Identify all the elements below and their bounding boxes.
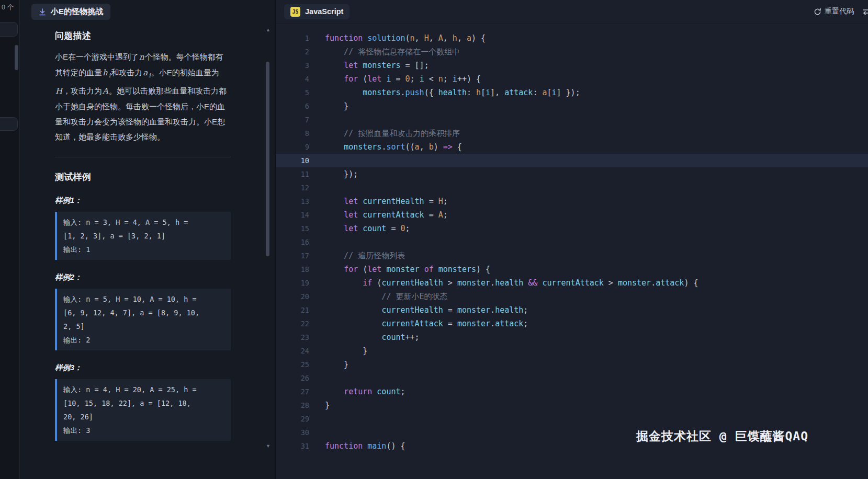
code-token: monster — [386, 265, 419, 274]
code-token: solution — [367, 33, 405, 43]
example-label: 样例2： — [55, 272, 231, 282]
code-line[interactable]: 16 — [276, 235, 868, 249]
code-token: (( — [405, 142, 415, 152]
code-token: . — [490, 305, 495, 315]
code-token: let — [344, 210, 363, 220]
line-number: 22 — [276, 317, 309, 330]
examples-heading: 测试样例 — [55, 171, 231, 183]
code-token — [325, 278, 363, 288]
code-line[interactable]: 1function solution(n, H, A, h, a) { — [276, 31, 868, 45]
scroll-up-icon[interactable]: ▲ — [266, 27, 270, 32]
code-token: = — [443, 319, 457, 328]
code-lines: 1function solution(n, H, A, h, a) {2 // … — [276, 31, 868, 453]
code-line[interactable]: 18 for (let monster of monsters) { — [276, 263, 868, 276]
code-line[interactable]: 8 // 按照血量和攻击力的乘积排序 — [276, 127, 868, 140]
problem-content: 问题描述 小E在一个游戏中遇到了n个怪物。每个怪物都有其特定的血量hi和攻击力a… — [55, 24, 231, 441]
code-text: // 更新小E的状态 — [309, 290, 448, 303]
code-token: = — [443, 305, 457, 315]
code-token: let — [367, 265, 386, 274]
code-token: ; — [443, 210, 448, 220]
rail-scrollbar-thumb[interactable] — [15, 45, 18, 70]
text-run: 。小E的初始血量为 — [151, 68, 219, 77]
line-number: 8 — [276, 127, 309, 140]
code-token: , — [420, 142, 429, 152]
code-line[interactable]: 11 }); — [276, 167, 868, 181]
code-line[interactable]: 14 let currentAttack = A; — [276, 208, 868, 222]
code-line[interactable]: 15 let count = 0; — [276, 222, 868, 235]
reset-code-button[interactable]: 重置代码 — [814, 7, 854, 16]
code-line[interactable]: 25 } — [276, 358, 868, 371]
code-token: . — [490, 278, 495, 288]
example-line: [10, 15, 18, 22], a = [12, 18, — [63, 396, 224, 410]
collapsed-tab[interactable] — [0, 117, 18, 131]
code-token — [325, 224, 344, 233]
math-var: H — [55, 86, 63, 96]
code-text: let currentHealth = H; — [309, 195, 448, 208]
code-token: , — [415, 33, 424, 43]
line-number: 14 — [276, 208, 309, 222]
code-token: { — [453, 142, 462, 152]
code-line[interactable]: 28} — [276, 398, 868, 412]
code-token: < — [424, 74, 438, 84]
code-text: monsters.push({ health: h[i], attack: a[… — [309, 86, 580, 99]
code-token: ; — [401, 387, 405, 396]
code-line[interactable]: 21 currentHealth = monster.health; — [276, 303, 868, 317]
code-line[interactable]: 3 let monsters = []; — [276, 59, 868, 72]
code-token: health — [495, 278, 523, 288]
code-token: n — [438, 74, 443, 84]
code-line[interactable]: 20 // 更新小E的状态 — [276, 290, 868, 303]
code-line[interactable]: 23 count++; — [276, 330, 868, 344]
code-line[interactable]: 13 let currentHealth = H; — [276, 195, 868, 208]
code-line[interactable]: 9 monsters.sort((a, b) => { — [276, 140, 868, 154]
scroll-down-icon[interactable]: ▼ — [266, 443, 270, 449]
code-token: ++; — [405, 333, 420, 342]
code-token: ; — [523, 319, 528, 328]
code-text — [309, 426, 325, 439]
panel-scrollbar-thumb[interactable] — [266, 62, 269, 256]
code-token: , — [429, 33, 438, 43]
code-text — [309, 371, 325, 385]
examples-list: 样例1：输入: n = 3, H = 4, A = 5, h =[1, 2, 3… — [55, 196, 231, 441]
collapsed-tab[interactable] — [0, 22, 18, 37]
example-label: 样例3： — [55, 363, 231, 373]
code-line[interactable]: 10 — [276, 154, 868, 167]
code-line[interactable]: 24 } — [276, 344, 868, 358]
code-line[interactable]: 12 — [276, 181, 868, 195]
code-line[interactable]: 5 monsters.push({ health: h[i], attack: … — [276, 86, 868, 99]
code-text — [309, 235, 325, 249]
code-line[interactable]: 26 — [276, 371, 868, 385]
example-line: [1, 2, 3], a = [3, 2, 1] — [63, 229, 224, 243]
code-text: count++; — [309, 330, 420, 344]
swap-layout-icon[interactable] — [862, 8, 868, 15]
code-token: a — [467, 33, 471, 43]
code-token: monsters — [438, 265, 476, 274]
line-number: 13 — [276, 195, 309, 208]
code-line[interactable]: 7 — [276, 113, 868, 127]
example-line: 2, 5] — [63, 320, 224, 333]
code-line[interactable]: 19 if (currentHealth > monster.health &&… — [276, 276, 868, 290]
code-token — [523, 278, 528, 288]
code-line[interactable]: 29 — [276, 412, 868, 426]
code-line[interactable]: 17 // 遍历怪物列表 — [276, 249, 868, 263]
line-number: 5 — [276, 86, 309, 99]
editor-actions: 重置代码 — [814, 7, 868, 16]
code-token: ( — [363, 74, 367, 84]
code-line[interactable]: 22 currentAttack = monster.attack; — [276, 317, 868, 330]
language-label: JavaScript — [305, 7, 343, 16]
line-number: 1 — [276, 31, 309, 45]
code-line[interactable]: 4 for (let i = 0; i < n; i++) { — [276, 72, 868, 86]
editor-panel: JS JavaScript 重置代码 — [275, 0, 868, 479]
code-line[interactable]: 27 return count; — [276, 385, 868, 398]
code-line[interactable]: 2 // 将怪物信息存储在一个数组中 — [276, 45, 868, 59]
example-block: 输入: n = 3, H = 4, A = 5, h =[1, 2, 3], a… — [55, 212, 231, 260]
code-token — [434, 265, 438, 274]
code-editor[interactable]: 1function solution(n, H, A, h, a) {2 // … — [276, 24, 868, 479]
language-selector[interactable]: JS JavaScript — [284, 4, 350, 19]
description-heading: 问题描述 — [55, 30, 231, 42]
code-line[interactable]: 6 } — [276, 99, 868, 113]
code-token: i — [486, 88, 490, 97]
code-token: . — [490, 319, 495, 328]
code-token: currentAttack — [381, 319, 443, 328]
code-text: let monsters = []; — [309, 59, 429, 72]
line-number: 4 — [276, 72, 309, 86]
